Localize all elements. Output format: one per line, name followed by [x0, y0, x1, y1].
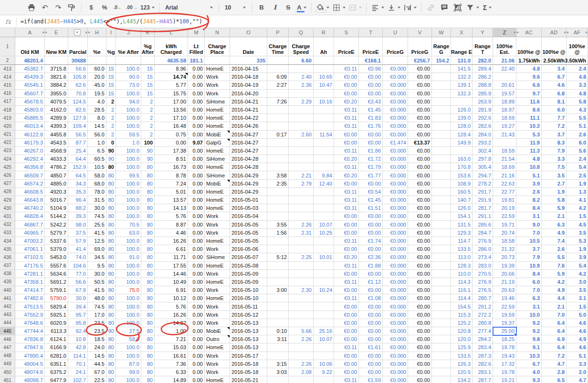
cell-X417[interactable] [451, 98, 472, 106]
cell-S416[interactable]: €0.00 [334, 90, 359, 98]
cell-T448[interactable]: €0.00 [359, 352, 383, 360]
cell-P435[interactable] [267, 245, 289, 253]
cell-AC421[interactable]: 5.3 [516, 131, 542, 139]
cell-J413[interactable]: 100.0 [116, 65, 141, 73]
cell-Y432[interactable]: 285.6 [472, 221, 493, 229]
cell-A419[interactable]: 45885.5 [15, 114, 45, 122]
cell-J442[interactable]: 100.0 [116, 302, 141, 311]
cell-K415[interactable]: 15 [141, 81, 155, 89]
cell-M448[interactable]: 0.00 [188, 352, 205, 360]
cell-AF433[interactable]: 3.5 [567, 229, 588, 237]
cell-L447[interactable]: 15.03 [155, 343, 188, 352]
cell-Y2[interactable]: 282.0 [472, 56, 493, 64]
cell-Z447[interactable]: 19.78 [493, 343, 516, 352]
cell-M416[interactable]: 0.00 [188, 90, 205, 98]
cell-O446[interactable]: 2016-05-13 [230, 335, 267, 343]
cell-F422[interactable]: 87.7 [68, 139, 88, 147]
cell-I444[interactable]: 80 [106, 319, 116, 327]
cell-I419[interactable]: 2 [106, 114, 116, 122]
cell-S432[interactable]: €0.00 [334, 221, 359, 229]
cell-W417[interactable] [432, 98, 451, 106]
cell-I446[interactable]: 80 [106, 335, 116, 343]
cell-N419[interactable]: HomeE [205, 114, 230, 122]
cell-AD432[interactable]: 6.3 [542, 221, 567, 229]
cell-S426[interactable]: €0.20 [334, 171, 359, 179]
cell-U419[interactable]: €0.000 [383, 114, 408, 122]
cell-S427[interactable]: €0.00 [334, 180, 359, 188]
cell-A434[interactable]: 47003.2 [15, 237, 45, 245]
cell-W425[interactable] [432, 163, 451, 171]
cell-Z440[interactable]: 20.63 [493, 286, 516, 294]
row-header-433[interactable]: 433 [0, 229, 15, 237]
cell-S445[interactable]: €0.00 [334, 327, 359, 335]
cell-O418[interactable]: 2016-04-21 [230, 106, 267, 114]
cell-AC437[interactable]: 10.9 [516, 262, 542, 270]
cell-F449[interactable]: 70.1 [68, 360, 88, 368]
column-header-O[interactable]: O [230, 28, 267, 37]
cell-H420[interactable]: 14.5 [88, 122, 106, 130]
cell-Z426[interactable]: 21.16 [493, 171, 516, 179]
cell-O428[interactable]: 2016-04-29 [230, 188, 267, 196]
cell-H445[interactable]: 23.5 [88, 327, 106, 335]
cell-V425[interactable]: €0.00 [408, 163, 432, 171]
column-header-L[interactable]: L [155, 28, 188, 37]
cell-Y427[interactable]: 278.2 [472, 180, 493, 188]
cell-K435[interactable]: 80 [141, 245, 155, 253]
cell-N435[interactable]: Work [205, 245, 230, 253]
cell-S429[interactable]: €0.11 [334, 196, 359, 204]
cell-Q432[interactable]: 2.26 [289, 221, 314, 229]
column-header-AF[interactable]: ▸AF◂ [567, 28, 588, 37]
cell-AD437[interactable]: 7.6 [542, 262, 567, 270]
cell-J438[interactable]: 100.0 [116, 270, 141, 278]
cell-E448[interactable]: 6281.0 [45, 352, 68, 360]
column-header-M[interactable]: M [188, 28, 205, 37]
cell-Z431[interactable]: 22.59 [493, 212, 516, 220]
cell-A445[interactable]: 47744.4 [15, 327, 45, 335]
unhide-columns-icon[interactable]: ◂ [514, 30, 515, 35]
cell-X451[interactable]: 134.2 [451, 376, 472, 383]
cell-W451[interactable] [432, 376, 451, 383]
cell-U438[interactable]: €0.000 [383, 270, 408, 278]
cell-X420[interactable]: 128.0 [451, 122, 472, 130]
cell-AD439[interactable]: 4.2 [542, 278, 567, 286]
cell-Y441[interactable]: 280.7 [472, 294, 493, 302]
cell-K424[interactable]: 90 [141, 155, 155, 163]
cell-V416[interactable]: €0.00 [408, 90, 432, 98]
cell-AC434[interactable]: 10.5 [516, 237, 542, 245]
cell-R433[interactable]: 10.25 [314, 229, 334, 237]
row-header-443[interactable]: 443 [0, 311, 15, 319]
cell-AF417[interactable]: 5.8 [567, 98, 588, 106]
cell-F441[interactable]: 30.9 [68, 294, 88, 302]
unhide-columns-icon[interactable]: ▸ [517, 30, 519, 35]
cell-M420[interactable]: 0.00 [188, 122, 205, 130]
cell-header-K1[interactable]: %g After [141, 37, 155, 56]
cell-F440[interactable]: 67.9 [68, 286, 88, 294]
row-header-441[interactable]: 441 [0, 294, 15, 302]
cell-Y435[interactable]: 286.0 [472, 245, 493, 253]
cell-R438[interactable] [314, 270, 334, 278]
cell-U446[interactable]: €0.000 [383, 335, 408, 343]
cell-T431[interactable]: €0.00 [359, 212, 383, 220]
cell-AC427[interactable]: 3.9 [516, 180, 542, 188]
cell-V420[interactable]: €0.00 [408, 122, 432, 130]
cell-H429[interactable]: 31.5 [88, 196, 106, 204]
cell-V450[interactable]: €0.00 [408, 368, 432, 376]
cell-J435[interactable]: 100.0 [116, 245, 141, 253]
cell-E444[interactable]: 6020.9 [45, 319, 68, 327]
row-header-417[interactable]: 417 [0, 98, 15, 106]
cell-H449[interactable]: 44.5 [88, 360, 106, 368]
cell-Z436[interactable]: 20.73 [493, 253, 516, 261]
cell-L445[interactable]: 1.00 [155, 327, 188, 335]
cell-E443[interactable]: 5925.1 [45, 311, 68, 319]
cell-M428[interactable]: 0.00 [188, 188, 205, 196]
cell-A423[interactable]: 46267.0 [15, 147, 45, 155]
cell-R445[interactable]: 25.16 [314, 327, 334, 335]
cell-header-N1[interactable]: Charge Place [205, 37, 230, 56]
row-header-431[interactable]: 431 [0, 212, 15, 220]
unhide-columns-icon[interactable]: ▸ [45, 30, 47, 35]
cell-J431[interactable]: 100.0 [116, 212, 141, 220]
cell-I443[interactable]: 80 [106, 311, 116, 319]
cell-F426[interactable]: 64.5 [68, 171, 88, 179]
cell-Q419[interactable] [289, 114, 314, 122]
cell-F434[interactable]: 57.9 [68, 237, 88, 245]
